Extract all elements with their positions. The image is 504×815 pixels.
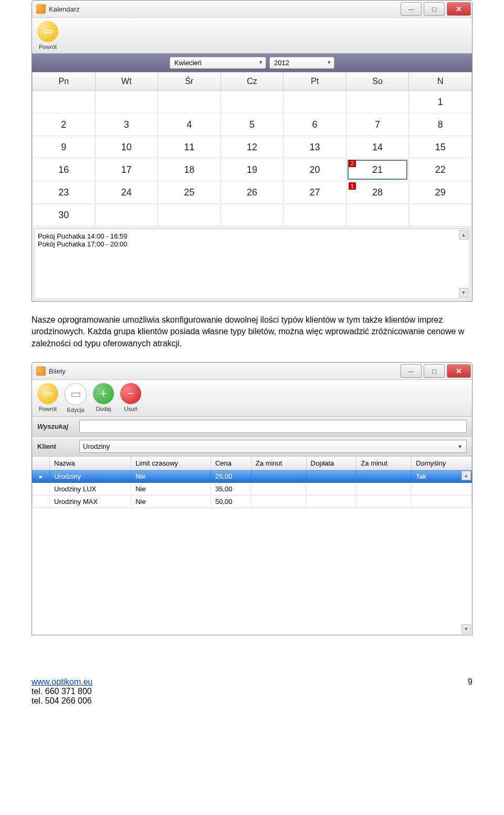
cell-zaminut2 (356, 483, 412, 496)
row-marker-header (33, 457, 50, 470)
day-cell (158, 204, 221, 226)
column-header[interactable]: Za minut (356, 457, 412, 470)
month-dropdown[interactable]: Kwiecień (170, 57, 266, 69)
cell-domyslny (412, 483, 472, 496)
arrow-left-icon: ⇦ (37, 383, 58, 404)
close-button[interactable]: ✕ (447, 2, 471, 16)
calendar-window: Kalendarz — ▢ ✕ ⇦ Powrót Kwiecień 2012 P… (32, 0, 472, 302)
day-cell[interactable]: 16 (33, 159, 96, 181)
day-cell[interactable]: 12 (220, 136, 284, 159)
client-dropdown[interactable]: Urodziny (79, 440, 467, 453)
day-cell (220, 204, 284, 226)
tickets-title: Bilety (49, 367, 66, 375)
cell-zaminut2 (356, 496, 412, 508)
day-cell[interactable]: 14 (346, 136, 409, 159)
event-item[interactable]: Pokój Puchatka 17:00 - 20:00 (38, 240, 466, 248)
page-footer: 9 www.optikom.eu tel. 660 371 800 tel. 5… (32, 677, 472, 706)
search-bar: Wyszukaj (32, 417, 472, 437)
day-cell[interactable]: 26 (220, 181, 284, 204)
year-dropdown[interactable]: 2012 (269, 57, 334, 69)
day-cell[interactable]: 30 (33, 204, 96, 226)
event-count-badge: 1 (349, 182, 356, 190)
day-cell[interactable]: 24 (95, 181, 158, 204)
day-header: So (346, 73, 409, 91)
day-header: N (409, 73, 472, 91)
add-button[interactable]: + Dodaj (93, 383, 114, 412)
day-cell[interactable]: 20 (284, 159, 346, 181)
day-cell[interactable]: 18 (158, 159, 221, 181)
calendar-toolbar: ⇦ Powrót (32, 18, 472, 54)
plus-icon: + (93, 383, 114, 404)
row-marker (33, 496, 50, 508)
day-cell (158, 91, 221, 114)
scroll-down-button[interactable]: ▼ (459, 288, 468, 297)
day-cell (95, 91, 158, 114)
day-cell[interactable]: 8 (409, 114, 472, 136)
cell-zaminut2 (356, 470, 412, 483)
day-cell[interactable]: 6 (284, 114, 346, 136)
day-cell (284, 204, 346, 226)
day-cell[interactable]: 15 (409, 136, 472, 159)
column-header[interactable]: Nazwa (50, 457, 131, 470)
day-cell[interactable]: 17 (95, 159, 158, 181)
day-cell[interactable]: 9 (33, 136, 96, 159)
day-cell[interactable]: 212 (346, 159, 409, 181)
table-scroll-down[interactable]: ▼ (461, 624, 471, 634)
tickets-table: NazwaLimit czasowyCenaZa minutDopłataZa … (32, 456, 472, 508)
client-label: Klient (37, 442, 74, 450)
cell-cena: 50,00 (211, 496, 251, 508)
day-cell[interactable]: 1 (409, 91, 472, 114)
day-cell[interactable]: 19 (220, 159, 284, 181)
edit-button[interactable]: ▭ Edycja (65, 383, 87, 413)
day-cell[interactable]: 29 (409, 181, 472, 204)
minus-icon: − (120, 383, 141, 404)
day-cell[interactable]: 25 (158, 181, 221, 204)
table-row[interactable]: Urodziny MAXNie50,00 (33, 496, 472, 508)
column-header[interactable]: Limit czasowy (131, 457, 211, 470)
column-header[interactable]: Dopłata (306, 457, 356, 470)
day-header: Wt (95, 73, 158, 91)
day-cell[interactable]: 7 (346, 114, 409, 136)
day-header: Pn (33, 73, 96, 91)
tickets-window: Bilety — ▢ ✕ ⇦ Powrót ▭ Edycja + Dodaj − (32, 362, 472, 635)
cell-cena: 35,00 (211, 483, 251, 496)
day-cell[interactable]: 10 (95, 136, 158, 159)
delete-button[interactable]: − Usuń (120, 383, 141, 412)
maximize-button[interactable]: ▢ (424, 2, 445, 16)
day-cell (409, 204, 472, 226)
table-scroll-up[interactable]: ▲ (461, 471, 471, 480)
event-item[interactable]: Pokój Puchatka 14:00 - 16:59 (38, 232, 466, 240)
day-cell[interactable]: 3 (95, 114, 158, 136)
day-cell[interactable]: 4 (158, 114, 221, 136)
cell-doplata (306, 483, 356, 496)
events-list: Pokój Puchatka 14:00 - 16:59Pokój Puchat… (34, 229, 470, 299)
maximize-button[interactable]: ▢ (424, 364, 445, 378)
cell-limit: Nie (131, 483, 211, 496)
scroll-up-button[interactable]: ▲ (459, 230, 468, 240)
column-header[interactable]: Za minut (251, 457, 306, 470)
column-header[interactable]: Domyślny (412, 457, 472, 470)
back-button[interactable]: ⇦ Powrót (37, 383, 58, 412)
day-cell[interactable]: 2 (33, 114, 96, 136)
minimize-button[interactable]: — (401, 364, 422, 378)
day-cell[interactable]: 13 (284, 136, 346, 159)
close-button[interactable]: ✕ (447, 364, 471, 378)
table-row[interactable]: Urodziny LUXNie35,00 (33, 483, 472, 496)
minimize-button[interactable]: — (401, 2, 422, 16)
search-input[interactable] (79, 420, 467, 433)
day-cell[interactable]: 5 (220, 114, 284, 136)
footer-url[interactable]: www.optikom.eu (32, 677, 93, 686)
cell-doplata (306, 470, 356, 483)
day-cell[interactable]: 11 (158, 136, 221, 159)
column-header[interactable]: Cena (211, 457, 251, 470)
back-button[interactable]: ⇦ Powrót (37, 21, 58, 50)
table-row[interactable]: ▸UrodzinyNie25,00Tak (33, 470, 472, 483)
tickets-titlebar: Bilety — ▢ ✕ (32, 363, 472, 380)
cell-zaminut1 (251, 470, 306, 483)
day-cell[interactable]: 23 (33, 181, 96, 204)
cell-zaminut1 (251, 483, 306, 496)
day-cell[interactable]: 22 (409, 159, 472, 181)
day-cell[interactable]: 27 (284, 181, 346, 204)
day-cell (95, 204, 158, 226)
day-cell[interactable]: 281 (346, 181, 409, 204)
